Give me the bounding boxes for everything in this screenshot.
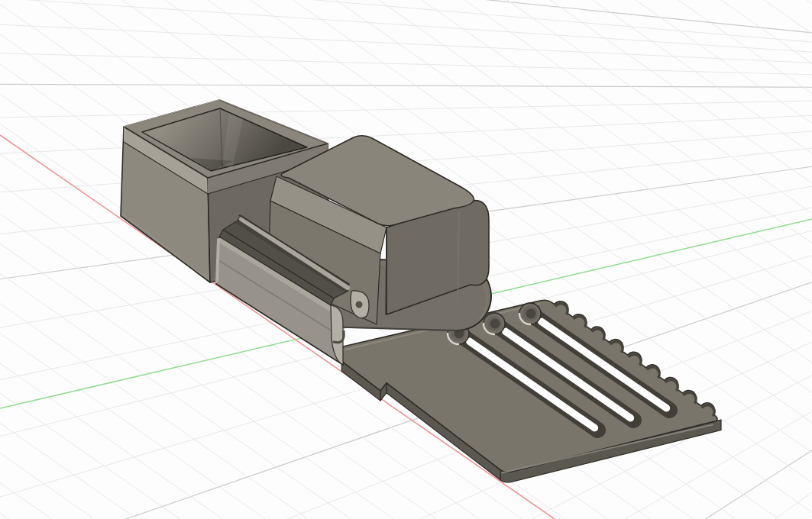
scene-canvas (0, 0, 812, 519)
clip-left-end-face (217, 240, 218, 282)
cad-viewport[interactable] (0, 0, 812, 519)
clip-back-wall-end-hole (356, 301, 363, 308)
